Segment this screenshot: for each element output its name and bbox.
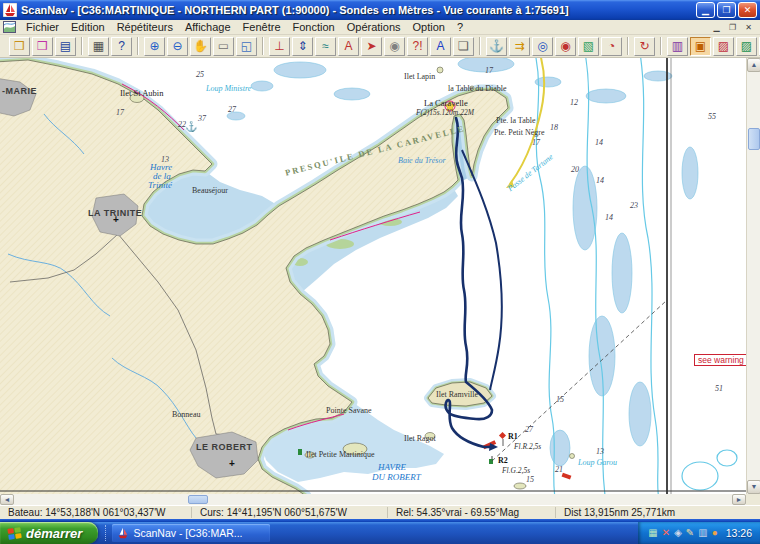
boat-draft-button[interactable]: ⊥ [269,37,290,56]
chart-label: Passe de Tartane [506,152,555,193]
chart-label: Baie du Trésor [398,156,446,165]
title-bar: ScanNav - [C36:MARTINIQUE - NORTHERN PAR… [0,0,760,20]
menu-fichier[interactable]: Fichier [20,21,65,33]
offline-icon[interactable]: ✕ [662,528,670,538]
mdi-buttons: ▁ ❐ ✕ [710,23,758,32]
annotation-button[interactable]: A [338,37,359,56]
scroll-right-icon[interactable]: ► [732,494,746,505]
menu-fonction[interactable]: Fonction [287,21,341,33]
restore-button[interactable]: ❐ [717,2,736,18]
start-button[interactable]: démarrer [0,522,98,544]
alarm-button[interactable]: ◔ [601,37,622,56]
mdi-minimize-button[interactable]: ▁ [710,23,723,32]
pan-icon: ✋ [193,40,208,52]
depth-sounding: 13 [161,155,169,164]
marks-display-button[interactable]: ▨ [713,37,734,56]
text-display-button[interactable]: A [430,37,451,56]
tablet-pen-icon[interactable]: ✎ [686,528,694,538]
toolbar-separator [627,37,629,55]
print-icon: ▦ [93,40,104,52]
network-icon[interactable]: ▦ [648,528,657,538]
layers-icon: ▥ [672,40,683,52]
menu-repetiteurs[interactable]: Répétiteurs [111,21,179,33]
horizontal-scroll-thumb[interactable] [188,495,208,504]
close-button[interactable]: ✕ [738,2,757,18]
depth-sounding: 18 [550,123,558,132]
chart-view[interactable]: ++ ⚓ [0,58,746,494]
scroll-left-icon[interactable]: ◄ [0,494,14,505]
mdi-close-button[interactable]: ✕ [742,23,755,32]
zoom-out-button[interactable]: ⊖ [167,37,188,56]
system-tray: ▦✕◈✎▥● 13:26 [638,522,760,544]
chart-label: R2 [498,456,508,465]
instruments-button[interactable]: ⚓ [486,37,507,56]
display-icon[interactable]: ▥ [698,528,707,538]
goto-button[interactable]: ➤ [361,37,382,56]
pan-button[interactable]: ✋ [190,37,211,56]
minimize-button[interactable]: ▁ [696,2,715,18]
charts-display-button[interactable]: ▨ [736,37,757,56]
chart-label: Ilet Petite Martinique [306,450,374,459]
tide-curve-button[interactable]: ≈ [315,37,336,56]
refresh-button[interactable]: ↻ [634,37,655,56]
chart-label: Pte. Petit Nègre [494,128,544,137]
volume-icon[interactable]: ◈ [674,528,682,538]
menu-edition[interactable]: Edition [65,21,111,33]
updates-icon[interactable]: ● [712,528,718,538]
search-object-button[interactable]: ◉ [384,37,405,56]
cascade-windows-button[interactable]: ❏ [453,37,474,56]
zoom-in-button[interactable]: ⊕ [144,37,165,56]
depth-sounding: 25 [196,70,204,79]
chart-kiosk-icon: ❒ [37,40,48,52]
task-button-scannav[interactable]: ScanNav - [C36:MAR... [112,524,270,542]
menu-bar: FichierEditionRépétiteursAffichageFenêtr… [0,20,760,35]
chart-label: Trinité [148,180,172,190]
context-help-button[interactable]: ? [111,37,132,56]
center-on-boat-button[interactable]: ◎ [532,37,553,56]
chart-label: Ilet St Aubin [120,88,163,98]
toolbar-buttons: ❒❒▤▦?⊕⊖✋▭◱⊥⇕≈A➤◉?!A❏⚓⇉◎◉▧◔↻▥▣▨▨▲≈? [8,37,760,56]
image-display-button[interactable]: ▣ [690,37,711,56]
object-info-button[interactable]: ?! [407,37,428,56]
zoom-window-button[interactable]: ◱ [236,37,257,56]
scroll-down-icon[interactable]: ▼ [747,480,760,494]
search-object-icon: ◉ [389,40,399,52]
overview-map-icon: ▧ [583,40,594,52]
depth-sounding: 21 [555,465,563,474]
menu-help[interactable]: ? [451,21,469,33]
print-button[interactable]: ▦ [88,37,109,56]
menu-operations[interactable]: Opérations [341,21,407,33]
vertical-scrollbar[interactable]: ▲ ▼ [746,58,760,494]
text-display-icon: A [436,40,444,52]
depth-sounding: 15 [526,475,534,484]
mdi-restore-button[interactable]: ❐ [726,23,739,32]
menu-affichage[interactable]: Affichage [179,21,237,33]
scroll-up-icon[interactable]: ▲ [747,58,760,72]
layers-button[interactable]: ▥ [667,37,688,56]
chart-label: Pointe Savane [326,406,372,415]
tide-curve-icon: ≈ [322,40,329,52]
chart-kiosk-button[interactable]: ❒ [32,37,53,56]
task-boat-icon [117,527,129,539]
depth-sounding: 23 [630,201,638,210]
overview-map-button[interactable]: ▧ [578,37,599,56]
man-overboard-button[interactable]: ◉ [555,37,576,56]
save-button[interactable]: ▤ [55,37,76,56]
selection-button[interactable]: ▭ [213,37,234,56]
open-chart-button[interactable]: ❒ [9,37,30,56]
scrollbar-corner [746,494,760,505]
man-overboard-icon: ◉ [560,40,570,52]
nmea-button[interactable]: ⇉ [509,37,530,56]
chart-label: R1 [508,432,518,441]
vertical-scroll-thumb[interactable] [748,128,760,150]
horizontal-scrollbar[interactable]: ◄ ► [0,494,746,505]
tide-height-button[interactable]: ⇕ [292,37,313,56]
menu-fenetre[interactable]: Fenêtre [237,21,287,33]
status-bearing: Rel: 54.35°vrai - 69.55°Mag [388,507,556,518]
refresh-icon: ↻ [639,40,649,52]
toolbar-separator [81,37,83,55]
marks-display-icon: ▨ [718,40,729,52]
taskbar-clock[interactable]: 13:26 [726,527,752,539]
child-window-icon[interactable] [3,21,16,33]
menu-option[interactable]: Option [407,21,451,33]
